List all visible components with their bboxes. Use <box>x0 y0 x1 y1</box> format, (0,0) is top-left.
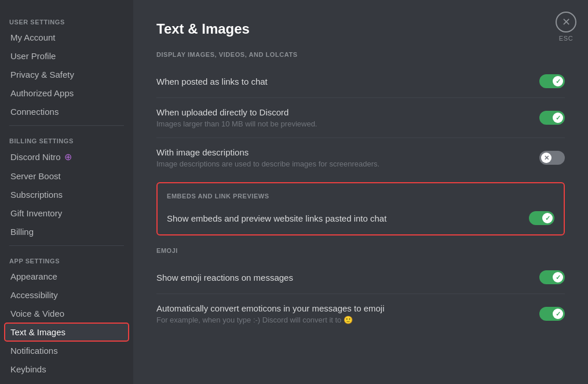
sidebar-item-notifications[interactable]: Notifications <box>5 342 129 360</box>
setting-label: Automatically convert emoticons in your … <box>156 303 528 313</box>
toggle-knob: ✓ <box>553 113 563 123</box>
toggle-knob: ✕ <box>541 153 552 163</box>
sidebar-item-label: Server Boost <box>10 171 61 181</box>
toggle-check-icon: ✓ <box>556 274 561 281</box>
setting-row-when-uploaded: When uploaded directly to Discord Images… <box>156 98 565 138</box>
sidebar-item-label: Billing <box>10 227 34 237</box>
toggle-check-icon: ✓ <box>556 114 561 122</box>
toggle-knob: ✓ <box>553 76 563 86</box>
nitro-icon: ⊕ <box>64 151 72 162</box>
setting-sublabel: Image descriptions are used to describe … <box>156 160 528 168</box>
toggle-image-descriptions[interactable]: ✕ <box>539 151 565 165</box>
setting-row-content: Show embeds and preview website links pa… <box>167 213 517 223</box>
sidebar-item-label: Discord Nitro <box>10 152 61 162</box>
sidebar-item-privacy-safety[interactable]: Privacy & Safety <box>5 66 129 84</box>
sidebar-item-gift-inventory[interactable]: Gift Inventory <box>5 204 129 222</box>
sidebar-item-text-images[interactable]: Text & Images <box>5 323 129 341</box>
sidebar-item-label: Subscriptions <box>10 190 63 200</box>
display-images-header: DISPLAY IMAGES, VIDEOS, AND LOLCATS <box>156 51 565 58</box>
esc-button[interactable]: ✕ ESC <box>556 12 576 42</box>
sidebar-divider-2 <box>9 245 124 246</box>
sidebar-item-user-profile[interactable]: User Profile <box>5 47 129 65</box>
sidebar-item-appearance[interactable]: Appearance <box>5 267 129 285</box>
sidebar-item-accessibility[interactable]: Accessibility <box>5 286 129 304</box>
sidebar-item-server-boost[interactable]: Server Boost <box>5 167 129 185</box>
toggle-check-icon: ✓ <box>556 78 561 85</box>
app-settings-section-label: APP SETTINGS <box>5 251 129 267</box>
sidebar-divider-1 <box>9 125 124 126</box>
setting-row-image-descriptions: With image descriptions Image descriptio… <box>156 138 565 177</box>
sidebar-item-label: Keybinds <box>10 364 46 374</box>
sidebar-item-billing[interactable]: Billing <box>5 223 129 241</box>
sidebar-item-label: Appearance <box>10 271 57 281</box>
emoji-section: EMOJI Show emoji reactions on messages ✓… <box>156 247 565 334</box>
setting-label: When uploaded directly to Discord <box>156 107 528 117</box>
main-content: ✕ ESC Text & Images DISPLAY IMAGES, VIDE… <box>133 0 588 384</box>
setting-row-content: Automatically convert emoticons in your … <box>156 303 528 324</box>
setting-row-content: When uploaded directly to Discord Images… <box>156 107 528 128</box>
setting-row-when-posted-links: When posted as links to chat ✓ <box>156 65 565 98</box>
sidebar-item-keybinds[interactable]: Keybinds <box>5 360 129 378</box>
toggle-check-icon: ✓ <box>556 310 561 318</box>
toggle-check-icon: ✓ <box>545 215 550 222</box>
sidebar-item-label: User Profile <box>10 51 56 61</box>
toggle-auto-convert[interactable]: ✓ <box>539 307 565 321</box>
page-title: Text & Images <box>156 21 565 37</box>
sidebar-item-voice-video[interactable]: Voice & Video <box>5 305 129 323</box>
sidebar-item-discord-nitro[interactable]: Discord Nitro ⊕ <box>5 147 129 166</box>
sidebar: USER SETTINGS My Account User Profile Pr… <box>0 0 133 384</box>
sidebar-item-my-account[interactable]: My Account <box>5 28 129 46</box>
setting-row-show-embeds: Show embeds and preview website links pa… <box>167 207 554 225</box>
setting-label: Show emoji reactions on messages <box>156 273 528 282</box>
user-settings-section-label: USER SETTINGS <box>5 12 129 28</box>
setting-label: With image descriptions <box>156 147 528 157</box>
toggle-knob: ✓ <box>553 272 563 282</box>
setting-row-content: With image descriptions Image descriptio… <box>156 147 528 168</box>
embeds-section: EMBEDS AND LINK PREVIEWS Show embeds and… <box>156 182 565 236</box>
billing-settings-section-label: BILLING SETTINGS <box>5 131 129 147</box>
setting-label: When posted as links to chat <box>156 77 528 86</box>
display-images-section: DISPLAY IMAGES, VIDEOS, AND LOLCATS When… <box>156 51 565 177</box>
sidebar-item-authorized-apps[interactable]: Authorized Apps <box>5 84 129 102</box>
emoji-header: EMOJI <box>156 247 565 254</box>
setting-sublabel: Images larger than 10 MB will not be pre… <box>156 119 528 128</box>
sidebar-item-label: Privacy & Safety <box>10 70 74 79</box>
setting-label: Show embeds and preview website links pa… <box>167 213 517 223</box>
setting-row-emoji-reactions: Show emoji reactions on messages ✓ <box>156 261 565 294</box>
sidebar-item-label: Text & Images <box>10 327 65 337</box>
toggle-when-uploaded[interactable]: ✓ <box>539 111 565 125</box>
setting-row-auto-convert: Automatically convert emoticons in your … <box>156 294 565 334</box>
embeds-header: EMBEDS AND LINK PREVIEWS <box>167 193 554 200</box>
sidebar-item-label: Gift Inventory <box>10 208 62 218</box>
sidebar-item-label: My Account <box>10 32 56 42</box>
toggle-knob: ✓ <box>553 309 563 319</box>
sidebar-item-label: Notifications <box>10 346 58 356</box>
sidebar-item-label: Connections <box>10 107 59 117</box>
setting-sublabel: For example, when you type :-) Discord w… <box>156 316 528 324</box>
esc-label: ESC <box>559 35 573 42</box>
close-icon[interactable]: ✕ <box>556 12 576 32</box>
toggle-when-posted-links[interactable]: ✓ <box>539 74 565 88</box>
setting-row-content: When posted as links to chat <box>156 77 528 86</box>
sidebar-item-connections[interactable]: Connections <box>5 103 129 121</box>
sidebar-item-label: Accessibility <box>10 290 58 300</box>
toggle-knob: ✓ <box>542 213 553 223</box>
sidebar-item-label: Authorized Apps <box>10 88 74 98</box>
toggle-emoji-reactions[interactable]: ✓ <box>539 270 565 284</box>
sidebar-item-subscriptions[interactable]: Subscriptions <box>5 186 129 204</box>
sidebar-item-label: Voice & Video <box>10 309 64 318</box>
toggle-show-embeds[interactable]: ✓ <box>529 211 554 225</box>
setting-row-content: Show emoji reactions on messages <box>156 273 528 282</box>
toggle-x-icon: ✕ <box>544 154 549 162</box>
